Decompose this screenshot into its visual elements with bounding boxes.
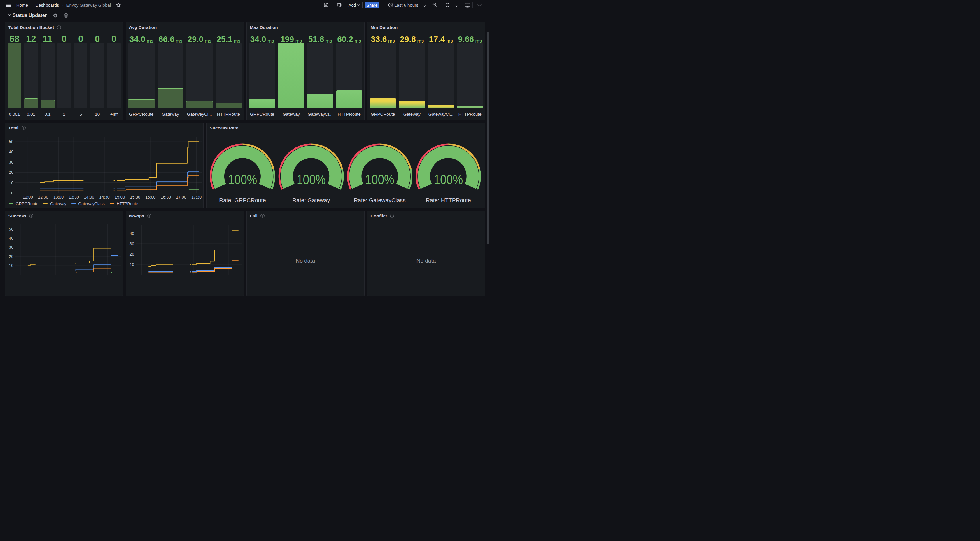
svg-text:100%: 100% [228, 172, 257, 187]
svg-text:20: 20 [9, 254, 13, 259]
svg-text:14:30: 14:30 [99, 194, 110, 199]
svg-text:Rate: GRPCRoute: Rate: GRPCRoute [219, 197, 266, 203]
svg-text:15:00: 15:00 [115, 194, 125, 199]
svg-text:0: 0 [11, 190, 13, 195]
svg-text:12:30: 12:30 [38, 194, 48, 199]
svg-text:16:00: 16:00 [145, 194, 156, 199]
svg-text:17:30: 17:30 [191, 194, 202, 199]
svg-text:100%: 100% [434, 172, 463, 187]
svg-text:40: 40 [129, 231, 134, 235]
svg-text:100%: 100% [296, 172, 326, 187]
svg-text:17:00: 17:00 [176, 194, 186, 199]
svg-text:30: 30 [129, 241, 134, 246]
svg-text:100%: 100% [365, 172, 394, 187]
svg-text:30: 30 [9, 245, 13, 249]
svg-text:50: 50 [9, 227, 13, 232]
svg-text:12:00: 12:00 [22, 194, 33, 199]
svg-text:10: 10 [129, 262, 134, 267]
svg-text:15:30: 15:30 [130, 194, 140, 199]
svg-text:13:00: 13:00 [53, 194, 63, 199]
svg-text:50: 50 [9, 139, 13, 144]
svg-text:20: 20 [129, 252, 134, 256]
svg-text:10: 10 [9, 180, 13, 185]
svg-text:Rate: HTTPRoute: Rate: HTTPRoute [426, 197, 471, 203]
svg-text:13:30: 13:30 [68, 194, 79, 199]
svg-text:14:00: 14:00 [84, 194, 94, 199]
svg-text:Rate: Gateway: Rate: Gateway [292, 197, 330, 203]
svg-text:40: 40 [9, 236, 13, 241]
svg-text:Rate: GatewayClass: Rate: GatewayClass [354, 197, 406, 203]
svg-text:40: 40 [9, 149, 13, 154]
svg-text:10: 10 [9, 263, 13, 268]
svg-text:30: 30 [9, 160, 13, 164]
svg-text:20: 20 [9, 170, 13, 175]
svg-text:16:30: 16:30 [161, 194, 171, 199]
